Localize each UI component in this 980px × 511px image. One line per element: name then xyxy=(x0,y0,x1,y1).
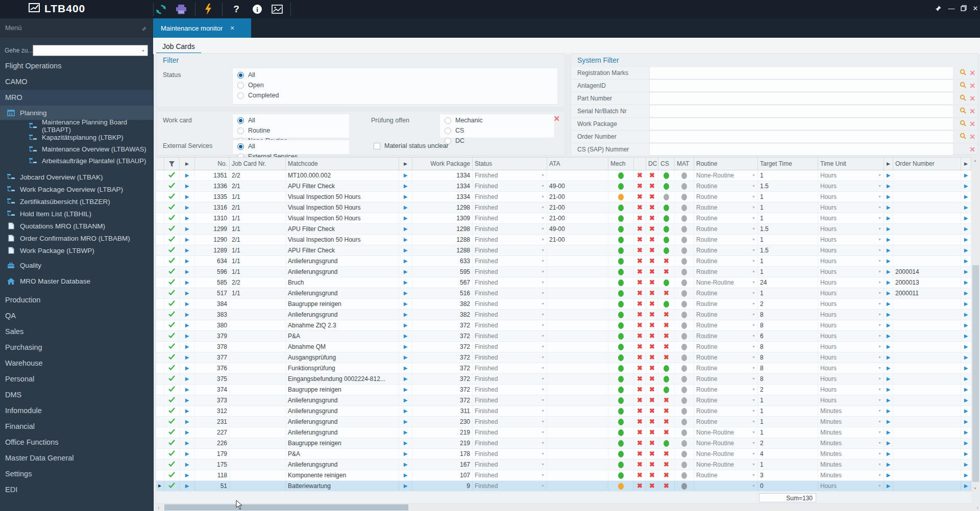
cell-playB[interactable]: ▶ xyxy=(399,299,412,309)
scroll-down-icon[interactable]: ▼ xyxy=(973,487,977,490)
cell-status[interactable]: Finished▼ xyxy=(473,395,547,405)
cell-playA[interactable]: ▶ xyxy=(180,310,195,320)
cell-playA[interactable]: ▶ xyxy=(180,192,195,202)
cell-playD[interactable]: ▶ xyxy=(961,310,971,320)
vertical-scrollbar[interactable]: ▲ ▼ xyxy=(971,157,980,492)
registration-marks-input[interactable] xyxy=(650,67,953,79)
cell-routine[interactable]: Routine▼ xyxy=(694,299,758,309)
cell-unit[interactable]: Hours▼ xyxy=(818,352,884,363)
cell-playB[interactable]: ▶ xyxy=(399,202,412,213)
table-row[interactable]: ▶5171/1Anlieferungsgrund▶516Finished▼✖✖✖… xyxy=(156,288,971,299)
cell-unit[interactable]: Minutes▼ xyxy=(818,417,884,427)
cell-playC[interactable]: ▶ xyxy=(884,202,893,213)
cell-playA[interactable]: ▶ xyxy=(180,320,195,330)
cell-routine[interactable]: Routine▼ xyxy=(694,202,758,213)
cell-playA[interactable]: ▶ xyxy=(180,481,195,491)
cell-unit[interactable]: Hours▼ xyxy=(818,245,884,256)
cell-unit[interactable]: Hours▼ xyxy=(818,342,884,352)
vertical-scroll-thumb[interactable] xyxy=(972,265,979,482)
sidebar-item-hold-item-list-ltbhil[interactable]: Hold Item List (LTBHIL) xyxy=(0,208,153,220)
clear-filter-icon[interactable]: ✕ xyxy=(553,115,560,122)
cell-playA[interactable]: ▶ xyxy=(180,277,195,288)
clear-icon[interactable]: ✕ xyxy=(969,95,975,101)
status-option-open[interactable]: Open xyxy=(233,80,557,90)
cell-playD[interactable]: ▶ xyxy=(961,417,971,427)
table-row[interactable]: ▶175Anlieferungsgrund▶167Finished▼✖✖✖Non… xyxy=(156,459,971,470)
cell-playC[interactable]: ▶ xyxy=(884,192,893,202)
cell-unit[interactable]: Hours▼ xyxy=(818,256,884,266)
cell-playA[interactable]: ▶ xyxy=(180,202,195,213)
cell-unit[interactable]: Hours▼ xyxy=(818,277,884,288)
sidebar-item-maintenance-overview-ltbawas[interactable]: Maintenance Overview (LTBAWAS) xyxy=(0,143,153,155)
cell-status[interactable]: Finished▼ xyxy=(473,342,547,352)
cell-playC[interactable]: ▶ xyxy=(884,459,893,470)
table-row[interactable]: ▶379P&A▶372Finished▼✖✖✖Routine▼6Hours▼▶▶ xyxy=(156,331,971,342)
cell-playD[interactable]: ▶ xyxy=(961,224,971,234)
cell-playD[interactable]: ▶ xyxy=(961,181,971,191)
cell-routine[interactable]: Routine▼ xyxy=(694,245,758,256)
cell-status[interactable]: Finished▼ xyxy=(473,331,547,341)
cell-playC[interactable]: ▶ xyxy=(884,331,893,341)
cell-routine[interactable]: Routine▼ xyxy=(694,235,758,245)
cell-playA[interactable]: ▶ xyxy=(180,213,195,223)
table-row[interactable]: ▶13101/1Visual Inspection 50 Hours▶1309F… xyxy=(156,213,971,224)
sidebar-item-warehouse[interactable]: Warehouse xyxy=(0,355,153,371)
cell-unit[interactable]: Hours▼ xyxy=(818,363,884,373)
radio-open[interactable] xyxy=(237,82,244,89)
cell-routine[interactable]: Routine▼ xyxy=(694,417,758,427)
clear-icon[interactable]: ✕ xyxy=(969,134,975,140)
cell-routine[interactable]: Routine▼ xyxy=(694,342,758,352)
cell-playB[interactable]: ▶ xyxy=(399,342,412,352)
cell-playC[interactable]: ▶ xyxy=(884,374,893,384)
order-number-input[interactable] xyxy=(650,131,953,142)
cell-playC[interactable]: ▶ xyxy=(884,256,893,266)
cell-status[interactable]: Finished▼ xyxy=(473,192,547,202)
cell-playA[interactable]: ▶ xyxy=(180,438,195,448)
cell-routine[interactable]: Routine▼ xyxy=(694,181,758,191)
cell-playD[interactable]: ▶ xyxy=(961,481,971,491)
cell-unit[interactable]: Hours▼ xyxy=(818,235,884,245)
radio-completed[interactable] xyxy=(237,92,244,99)
close-icon[interactable]: ✕ xyxy=(969,0,980,16)
cell-status[interactable]: Finished▼ xyxy=(473,181,547,191)
cell-status[interactable]: Finished▼ xyxy=(473,320,547,330)
table-row[interactable]: ▶380Abnahme ZtQ 2.3▶372Finished▼✖✖✖Routi… xyxy=(156,320,971,331)
table-row[interactable]: ▶312Anlieferungsgrund▶311Finished▼✖✖✖Rou… xyxy=(156,406,971,417)
cell-unit[interactable]: Hours▼ xyxy=(818,320,884,330)
cell-routine[interactable]: Routine▼ xyxy=(694,385,758,395)
cell-playC[interactable]: ▶ xyxy=(884,181,893,191)
cell-playC[interactable]: ▶ xyxy=(884,299,893,309)
cell-playA[interactable]: ▶ xyxy=(180,299,195,309)
cell-status[interactable]: Finished▼ xyxy=(473,235,547,245)
serial-nr-batch-nr-input[interactable] xyxy=(650,106,953,117)
cell-playB[interactable]: ▶ xyxy=(399,181,412,191)
cell-playA[interactable]: ▶ xyxy=(180,267,195,277)
radio-all[interactable] xyxy=(237,143,244,150)
table-row[interactable]: ▶13362/1APU Filter Check▶1334Finished▼49… xyxy=(156,181,971,192)
cell-routine[interactable]: Routine▼ xyxy=(694,288,758,298)
cell-unit[interactable]: Hours▼ xyxy=(818,202,884,213)
horizontal-scroll-thumb[interactable] xyxy=(164,504,408,510)
table-row[interactable]: ▶378Abnahme QM▶372Finished▼✖✖✖Routine▼8H… xyxy=(156,342,971,352)
cell-playD[interactable]: ▶ xyxy=(961,374,971,384)
clear-icon[interactable]: ✕ xyxy=(969,70,975,76)
column-header-match[interactable]: Matchcode xyxy=(286,158,399,170)
tab-close-icon[interactable]: ✕ xyxy=(230,25,234,32)
cell-playA[interactable]: ▶ xyxy=(180,417,195,427)
arrow-column-header[interactable]: ▶ xyxy=(399,158,412,170)
restore-icon[interactable] xyxy=(958,0,970,16)
cell-playA[interactable]: ▶ xyxy=(180,256,195,266)
table-row[interactable]: ▶118Komponente reinigen▶107Finished▼✖✖✖R… xyxy=(156,470,971,481)
cell-playB[interactable]: ▶ xyxy=(399,363,412,373)
cell-unit[interactable]: Hours▼ xyxy=(818,170,884,181)
cell-playB[interactable]: ▶ xyxy=(399,235,412,245)
column-header-no[interactable]: No. xyxy=(195,158,230,170)
goto-input[interactable]: ▼ xyxy=(33,45,148,56)
sidebar-item-camo[interactable]: CAMO xyxy=(0,74,153,90)
cell-playB[interactable]: ▶ xyxy=(399,427,412,438)
cell-playC[interactable]: ▶ xyxy=(884,342,893,352)
info-icon[interactable]: i xyxy=(249,2,266,16)
table-row[interactable]: ▶5961/1Anlieferungsgrund▶595Finished▼✖✖✖… xyxy=(156,267,971,277)
sidebar-item-sales[interactable]: Sales xyxy=(0,324,153,340)
cell-playA[interactable]: ▶ xyxy=(180,331,195,341)
